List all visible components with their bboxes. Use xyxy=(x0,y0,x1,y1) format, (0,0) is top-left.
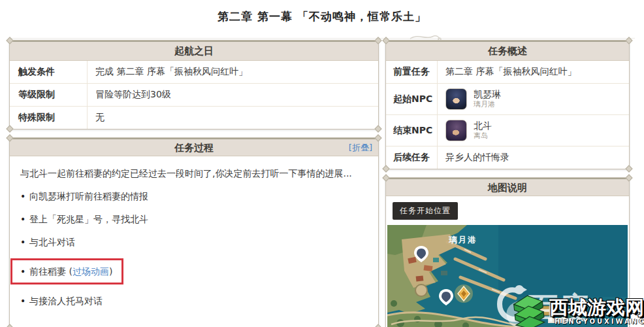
npc-location: 离岛 xyxy=(474,131,492,141)
npc-name: 凯瑟琳 xyxy=(474,89,501,101)
npc-location: 璃月港 xyxy=(474,100,501,109)
page-title: 第二章 第一幕 「不动鸣神，恒常乐土」 xyxy=(0,9,644,24)
quest-overview-panel: 任务概述 前置任务 第二章 序幕「振袖秋风问红叶」 起始NPC 凯瑟琳 璃月港 xyxy=(385,40,630,169)
level-limit-value: 冒险等阶达到30级 xyxy=(87,84,378,106)
table-row: 触发条件 完成 第二章 序幕「振袖秋风问红叶」 xyxy=(10,61,378,83)
quest-step: •登上「死兆星」号，寻找北斗 xyxy=(20,213,368,226)
quest-info-panel: 起航之日 触发条件 完成 第二章 序幕「振袖秋风问红叶」 等级限制 冒险等阶达到… xyxy=(9,40,379,129)
prerequisite-label: 前置任务 xyxy=(386,61,437,83)
npc-avatar-katheryne[interactable] xyxy=(445,88,467,110)
quest-overview-header: 任务概述 xyxy=(386,41,629,61)
quest-start-location-button[interactable]: 任务开始位置 xyxy=(393,202,458,220)
map-panel-header: 地图说明 xyxy=(386,178,629,196)
quest-step: •与接洽人托马对话 xyxy=(20,294,368,307)
end-npc-cell: 北斗 离岛 xyxy=(437,115,629,146)
table-row: 前置任务 第二章 序幕「振袖秋风问红叶」 xyxy=(386,61,629,83)
bullet-icon: • xyxy=(20,265,29,278)
level-limit-label: 等级限制 xyxy=(10,84,87,106)
npc-entry: 北斗 离岛 xyxy=(445,120,492,141)
end-npc-label: 结束NPC xyxy=(386,115,437,146)
npc-text: 北斗 离岛 xyxy=(474,120,492,141)
table-row: 后续任务 异乡人的忏悔录 xyxy=(386,146,629,169)
special-limit-label: 特殊限制 xyxy=(10,107,87,129)
left-column: 起航之日 触发条件 完成 第二章 序幕「振袖秋风问红叶」 等级限制 冒险等阶达到… xyxy=(9,40,379,327)
process-intro: 与北斗一起前往稻妻的约定已经过去一段时间了,你决定前去打听一下事情的进展... xyxy=(20,167,368,180)
step-text: 登上「死兆星」号，寻找北斗 xyxy=(29,214,148,224)
table-row: 特殊限制 无 xyxy=(10,106,378,129)
red-highlight-box: •前往稻妻 (过场动画) xyxy=(10,258,123,284)
step-text: 向凯瑟琳打听前往稻妻的情报 xyxy=(29,191,148,201)
quest-process-panel: 任务过程 [折叠] 与北斗一起前往稻妻的约定已经过去一段时间了,你决定前去打听一… xyxy=(9,137,379,327)
followup-value: 异乡人的忏悔录 xyxy=(437,146,629,169)
step-text: 前往稻妻 ( xyxy=(29,266,72,277)
npc-name: 北斗 xyxy=(474,120,492,132)
cutscene-link[interactable]: 过场动画 xyxy=(72,266,109,277)
npc-text: 凯瑟琳 璃月港 xyxy=(474,89,501,109)
trigger-condition-value: 完成 第二章 序幕「振袖秋风问红叶」 xyxy=(87,61,378,83)
npc-entry: 凯瑟琳 璃月港 xyxy=(445,88,501,110)
map-toolbar: 任务开始位置 xyxy=(386,196,629,225)
quest-step: •与北斗对话 xyxy=(20,235,368,249)
liyue-harbor-map: 璃月港 xyxy=(387,225,628,327)
bullet-icon: • xyxy=(20,213,29,226)
right-column: 任务概述 前置任务 第二章 序幕「振袖秋风问红叶」 起始NPC 凯瑟琳 璃月港 xyxy=(385,40,630,327)
start-npc-cell: 凯瑟琳 璃月港 xyxy=(437,84,629,114)
map-panel-body: 任务开始位置 xyxy=(386,196,629,327)
followup-label: 后续任务 xyxy=(386,146,437,169)
step-text-suffix: ) xyxy=(109,266,112,277)
table-row: 结束NPC 北斗 离岛 xyxy=(386,114,629,146)
npc-avatar-beidou[interactable] xyxy=(445,120,467,141)
bullet-icon: • xyxy=(20,294,29,307)
quest-step: •向凯瑟琳打听前往稻妻的情报 xyxy=(20,190,368,203)
process-title: 任务过程 xyxy=(174,142,214,154)
overview-title: 任务概述 xyxy=(488,45,527,57)
bullet-icon: • xyxy=(20,190,29,203)
quest-info-header: 起航之日 xyxy=(10,41,378,61)
collapse-link[interactable]: [折叠] xyxy=(349,139,372,156)
map-area-label: 璃月港 xyxy=(448,235,477,245)
step-text: 与北斗对话 xyxy=(29,237,75,247)
special-limit-value: 无 xyxy=(87,107,378,129)
step-text: 与接洽人托马对话 xyxy=(29,296,103,306)
content-columns: 起航之日 触发条件 完成 第二章 序幕「振袖秋风问红叶」 等级限制 冒险等阶达到… xyxy=(9,40,630,327)
table-row: 等级限制 冒险等阶达到30级 xyxy=(10,83,378,106)
quest-process-body: 与北斗一起前往稻妻的约定已经过去一段时间了,你决定前去打听一下事情的进展... … xyxy=(10,156,378,327)
table-row: 起始NPC 凯瑟琳 璃月港 xyxy=(386,83,629,114)
start-npc-label: 起始NPC xyxy=(386,84,437,114)
quest-info-table: 触发条件 完成 第二章 序幕「振袖秋风问红叶」 等级限制 冒险等阶达到30级 特… xyxy=(10,61,378,129)
quest-process-header: 任务过程 [折叠] xyxy=(10,138,378,156)
prerequisite-value: 第二章 序幕「振袖秋风问红叶」 xyxy=(437,61,629,83)
map-title: 地图说明 xyxy=(488,182,527,194)
bullet-icon: • xyxy=(20,235,29,249)
page-header: 第二章 第一幕 「不动鸣神，恒常乐土」 xyxy=(0,0,644,24)
quest-title: 起航之日 xyxy=(174,45,214,57)
quest-overview-table: 前置任务 第二章 序幕「振袖秋风问红叶」 起始NPC 凯瑟琳 璃月港 xyxy=(386,61,629,169)
trigger-condition-label: 触发条件 xyxy=(10,61,87,83)
map-image[interactable]: 璃月港 xyxy=(387,225,628,327)
map-panel: 地图说明 任务开始位置 xyxy=(385,177,630,327)
quest-step-highlighted: •前往稻妻 (过场动画) xyxy=(20,258,368,284)
